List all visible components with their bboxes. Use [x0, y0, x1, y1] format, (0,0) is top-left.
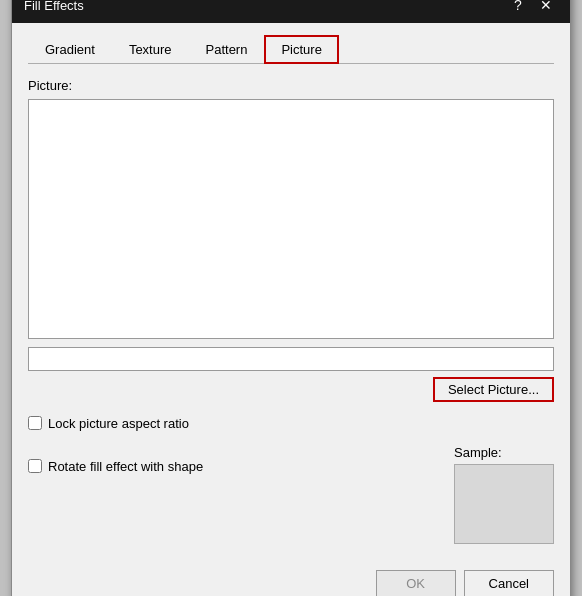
close-button[interactable]: ✕ [534, 0, 558, 17]
rotate-fill-checkbox[interactable] [28, 459, 42, 473]
lock-aspect-checkbox[interactable] [28, 416, 42, 430]
dialog-content: Gradient Texture Pattern Picture Picture… [12, 23, 570, 560]
dialog-footer: OK Cancel [12, 560, 570, 597]
picture-label: Picture: [28, 78, 554, 93]
help-button[interactable]: ? [506, 0, 530, 17]
sample-box [454, 464, 554, 544]
tabs-container: Gradient Texture Pattern Picture [28, 35, 554, 64]
title-bar: Fill Effects ? ✕ [12, 0, 570, 23]
bottom-left: Rotate fill effect with shape [28, 445, 203, 488]
rotate-fill-row: Rotate fill effect with shape [28, 459, 203, 474]
bottom-section: Rotate fill effect with shape Sample: [28, 445, 554, 544]
select-picture-row: Select Picture... [28, 377, 554, 402]
picture-preview [28, 99, 554, 339]
tab-gradient[interactable]: Gradient [28, 35, 112, 64]
ok-button[interactable]: OK [376, 570, 456, 597]
picture-path-input[interactable] [28, 347, 554, 371]
select-picture-button[interactable]: Select Picture... [433, 377, 554, 402]
tab-picture[interactable]: Picture [264, 35, 338, 64]
lock-aspect-row: Lock picture aspect ratio [28, 416, 554, 431]
cancel-button[interactable]: Cancel [464, 570, 554, 597]
sample-area: Sample: [454, 445, 554, 544]
tab-pattern[interactable]: Pattern [189, 35, 265, 64]
title-bar-left: Fill Effects [24, 0, 84, 13]
lock-aspect-label[interactable]: Lock picture aspect ratio [48, 416, 189, 431]
sample-label: Sample: [454, 445, 502, 460]
rotate-fill-label[interactable]: Rotate fill effect with shape [48, 459, 203, 474]
fill-effects-dialog: Fill Effects ? ✕ Gradient Texture Patter… [11, 0, 571, 596]
title-bar-right: ? ✕ [506, 0, 558, 17]
tab-texture[interactable]: Texture [112, 35, 189, 64]
dialog-title: Fill Effects [24, 0, 84, 13]
